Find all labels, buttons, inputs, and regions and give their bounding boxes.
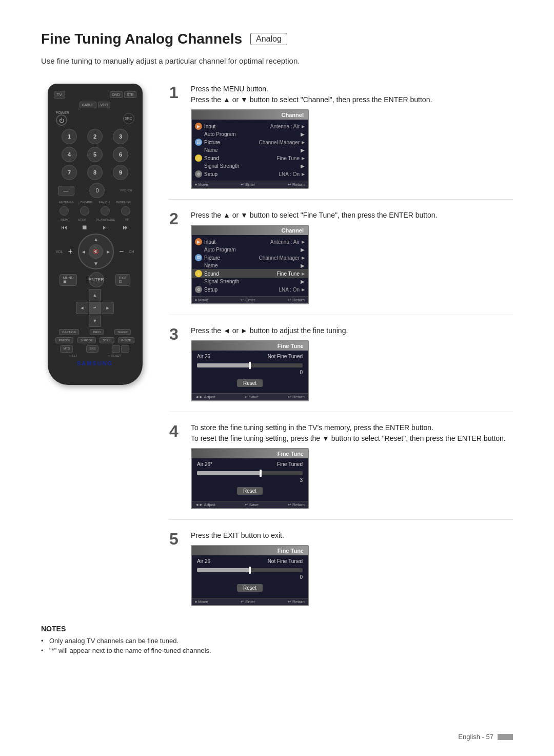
tv-sub-signal: Signal Strength▶: [192, 163, 308, 169]
ff-label: FF: [125, 218, 129, 221]
step-4-screen-title: Fine Tune: [192, 449, 308, 458]
dpad: ▲ ◄ ↵ ► ▼: [76, 289, 114, 327]
step-2-content: Press the ▲ or ▼ button to select "Fine …: [191, 210, 513, 304]
footer5-enter: ↵ Enter: [241, 599, 255, 604]
vcr-button[interactable]: VCR: [98, 102, 111, 108]
dpad-down[interactable]: ▼: [89, 315, 101, 327]
tv-value-input: Antenna : Air: [270, 124, 300, 129]
dpad-left[interactable]: ◄: [76, 302, 88, 314]
num-2-button[interactable]: 2: [87, 129, 103, 144]
minus-button[interactable]: −: [119, 247, 124, 256]
step-5-footer: ♦ Move ↵ Enter ↩ Return: [192, 598, 308, 605]
mute-button[interactable]: 🔇: [89, 244, 103, 259]
num-6-button[interactable]: 6: [113, 147, 128, 162]
step-4-number: 4: [169, 422, 182, 440]
page-container: Fine Tuning Analog Channels Analog Use f…: [0, 0, 554, 687]
num-5-button[interactable]: 5: [87, 147, 103, 162]
step-1-screen: Channel ▶ Input Antenna : Air ▶ Auto Pro…: [191, 109, 309, 189]
remote-wrapper: TV DVD STB CABLE VCR POWER ⏻ SRC: [41, 84, 149, 385]
step-3-screen: Fine Tune Air 26 Not Fine Tuned: [191, 340, 309, 401]
enter-button[interactable]: ENTER: [89, 272, 104, 287]
step-5-number: 5: [169, 530, 182, 548]
extra-btn2[interactable]: [121, 345, 129, 353]
divider-2: [169, 315, 513, 315]
sleep-button[interactable]: SLEEP: [114, 329, 130, 335]
tv-sub-name: Name▶: [192, 147, 308, 153]
source-button[interactable]: SRC: [123, 113, 134, 124]
prech-label: PRE-CH: [120, 189, 132, 192]
srs-button[interactable]: SRS: [86, 345, 98, 353]
mts-button[interactable]: MTS: [60, 345, 73, 353]
stb-button[interactable]: STB: [124, 91, 136, 98]
favch-button[interactable]: [101, 206, 110, 216]
step-4-row: 4 To store the fine tuning setting in th…: [169, 422, 513, 509]
num-8-button[interactable]: 8: [87, 165, 103, 180]
setup-icon: ⚙: [195, 170, 202, 178]
step-5-status: Not Fine Tuned: [268, 558, 303, 564]
tv2-value-lna: LNA : On: [279, 287, 300, 293]
step-5-reset-button[interactable]: Reset: [237, 584, 263, 592]
tv-value-lna: LNA : On: [279, 171, 300, 177]
num-0-button[interactable]: 0: [89, 183, 105, 198]
step-4-screen-body: Air 26* Fine Tuned 3: [192, 458, 308, 501]
num-1-button[interactable]: 1: [62, 129, 77, 144]
sound-icon2: ♪: [195, 270, 202, 277]
dpad-right[interactable]: ►: [102, 302, 114, 314]
dash-button[interactable]: —: [58, 186, 74, 196]
rew-button[interactable]: ⏮: [61, 224, 67, 231]
stop-button[interactable]: ⏹: [82, 224, 88, 231]
wiselink-button[interactable]: [121, 206, 130, 216]
still-button[interactable]: STILL: [100, 337, 114, 343]
nav-left-arrow[interactable]: ◄: [81, 249, 86, 255]
antenna-button[interactable]: [60, 206, 69, 216]
set-reset-row: ○ SET ○ RESET: [54, 354, 136, 357]
smode-button[interactable]: S.MODE: [77, 337, 96, 343]
menu-button[interactable]: MENU▣: [60, 274, 77, 286]
step-1-text: Press the MENU button. Press the ▲ or ▼ …: [191, 84, 513, 105]
playpause-label: PLAY/PAUSE: [96, 218, 115, 221]
chmgr-button[interactable]: [80, 206, 89, 216]
num-7-button[interactable]: 7: [62, 165, 77, 180]
dvd-button[interactable]: DVD: [110, 91, 123, 98]
dpad-up[interactable]: ▲: [89, 289, 101, 301]
num-9-button[interactable]: 9: [113, 165, 128, 180]
nav-right-arrow[interactable]: ►: [106, 249, 111, 255]
nav-down-arrow[interactable]: ▼: [93, 261, 98, 266]
extra-btn1[interactable]: [112, 345, 120, 353]
power-source-area: POWER ⏻ SRC: [54, 111, 136, 126]
pmode-button[interactable]: P.MODE: [55, 337, 73, 343]
caption-button[interactable]: CAPTION: [59, 329, 79, 335]
step-2-row: 2 Press the ▲ or ▼ button to select "Fin…: [169, 210, 513, 304]
setup-icon2: ⚙: [195, 286, 202, 293]
step-5-screen: Fine Tune Air 26 Not Fine Tuned: [191, 545, 309, 606]
step-2-screen: Channel ▶ Input Antenna : Air ▶ Auto Pro…: [191, 225, 309, 304]
divider-4: [169, 519, 513, 520]
exit-button[interactable]: EXIT⊡: [115, 274, 131, 286]
step-3-reset-button[interactable]: Reset: [237, 379, 263, 387]
step-4-reset-button[interactable]: Reset: [237, 487, 263, 495]
num-4-button[interactable]: 4: [62, 147, 77, 162]
input-icon2: ▶: [195, 238, 202, 245]
power-button[interactable]: ⏻: [56, 114, 67, 126]
subtitle: Use fine tuning to manually adjust a par…: [41, 56, 513, 65]
footer4-adjust: ◄► Adjust: [195, 502, 215, 507]
info-button[interactable]: INFO: [90, 329, 103, 335]
tv2-label-sound: Sound: [204, 271, 275, 277]
vol-ch-row: VOL + ▲ ▼ ◄ ► 🔇 − CH: [54, 234, 136, 269]
play-pause-button[interactable]: ⏯: [102, 224, 108, 231]
tv-button[interactable]: TV: [54, 91, 65, 99]
step-5-fill: [197, 568, 250, 572]
reset-label: ○ RESET: [108, 354, 121, 357]
ff-button[interactable]: ⏭: [123, 224, 129, 231]
tv-label-setup: Setup: [204, 171, 276, 177]
step-4-thumb: [260, 470, 262, 477]
num-3-button[interactable]: 3: [113, 129, 128, 144]
dpad-enter[interactable]: ↵: [89, 302, 101, 314]
psize-button[interactable]: P-SIZE: [118, 337, 134, 343]
footer5-move: ♦ Move: [195, 599, 208, 604]
cable-button[interactable]: CABLE: [80, 102, 96, 108]
nav-up-arrow[interactable]: ▲: [93, 237, 98, 242]
step-3-screen-body: Air 26 Not Fine Tuned 0: [192, 351, 308, 393]
step-1-footer: ♦ Move ↵ Enter ↩ Return: [192, 181, 308, 188]
plus-button[interactable]: +: [68, 247, 73, 256]
